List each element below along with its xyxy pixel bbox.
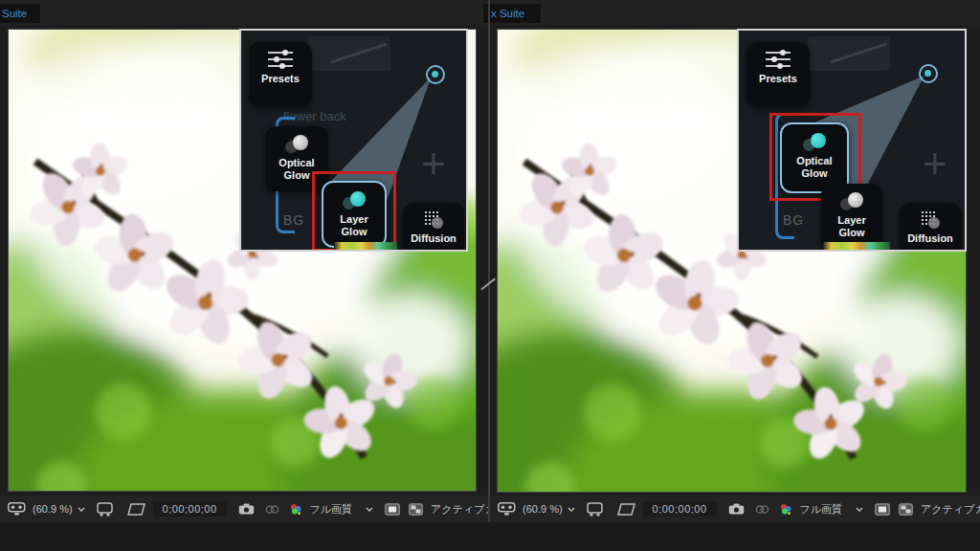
composition-viewer: flower back + BG Presets Optical Glow (0, 25, 490, 496)
transparency-grid-icon[interactable] (409, 503, 423, 516)
composition-viewer: + BG Presets Optical Glow Layer G (490, 25, 980, 496)
presets-tile[interactable]: Presets (249, 42, 312, 107)
timecode-field[interactable]: 0;00;00;00 (153, 501, 227, 517)
goggles-icon[interactable] (498, 502, 516, 516)
diffusion-icon (918, 210, 943, 230)
snapshot-camera-icon[interactable] (238, 503, 255, 515)
bg-layer-label: BG (783, 212, 804, 228)
region-of-interest-icon[interactable] (617, 503, 635, 516)
transparency-grid-icon[interactable] (899, 503, 913, 516)
target-region-icon[interactable] (875, 503, 890, 516)
diffusion-tile[interactable]: Diffusion (403, 203, 464, 252)
plugin-overlay-panel: + BG Presets Optical Glow Layer G (737, 29, 967, 252)
resolution-dropdown[interactable]: フル画質 (800, 502, 864, 517)
camera-view-dropdown[interactable]: アクティブカメラ (921, 502, 980, 517)
highlight-red-box (312, 171, 396, 252)
layer-glow-tile[interactable]: Layer Glow (821, 184, 882, 251)
sliders-icon (268, 51, 293, 70)
show-snapshot-icon[interactable] (755, 504, 769, 515)
channel-rgb-icon[interactable] (289, 503, 302, 516)
goggles-icon[interactable] (8, 502, 26, 516)
color-strip (334, 242, 397, 252)
target-region-icon[interactable] (385, 503, 400, 516)
glow-icon (839, 192, 864, 211)
sliders-icon (766, 51, 791, 70)
bg-layer-label: BG (283, 212, 304, 228)
show-snapshot-icon[interactable] (265, 504, 279, 515)
diffusion-tile[interactable]: Diffusion (900, 203, 961, 252)
target-circle-icon (426, 65, 445, 84)
timecode-field[interactable]: 0;00;00;00 (643, 501, 717, 517)
glow-icon (284, 135, 309, 154)
tile-label: Diffusion (903, 232, 957, 245)
add-plus-icon: + (923, 149, 947, 178)
viewer-toolbar: (60.9 %) 0;00;00;00 (0, 496, 490, 522)
panel-footer (490, 522, 980, 551)
zoom-dropdown[interactable]: (60.9 %) (33, 503, 85, 515)
tile-label: Presets (755, 73, 801, 85)
zoom-dropdown[interactable]: (60.9 %) (523, 503, 575, 515)
tile-label: Presets (257, 73, 303, 85)
presets-tile[interactable]: Presets (746, 42, 810, 107)
region-of-interest-icon[interactable] (127, 503, 145, 516)
diffusion-icon (421, 210, 446, 230)
viewer-panel-left: flower back + BG Presets Optical Glow (0, 0, 490, 551)
grid-options-icon[interactable] (97, 502, 114, 517)
channel-rgb-icon[interactable] (779, 503, 792, 516)
color-strip (823, 242, 890, 252)
panel-divider[interactable] (488, 0, 490, 522)
grid-options-icon[interactable] (587, 502, 604, 517)
snapshot-camera-icon[interactable] (728, 503, 745, 515)
viewer-panel-right: + BG Presets Optical Glow Layer G (490, 0, 980, 551)
viewer-toolbar: (60.9 %) 0;00;00;00 (490, 496, 980, 522)
tile-label: Layer Glow (821, 214, 882, 238)
tile-label: Diffusion (407, 232, 460, 245)
plugin-overlay-panel: flower back + BG Presets Optical Glow (239, 29, 468, 252)
add-plus-icon: + (421, 149, 446, 178)
panel-footer (0, 522, 490, 551)
resolution-dropdown[interactable]: フル画質 (310, 502, 374, 517)
app-window: Suite x Suite flower back + BG (0, 0, 980, 551)
target-circle-icon (919, 64, 938, 83)
